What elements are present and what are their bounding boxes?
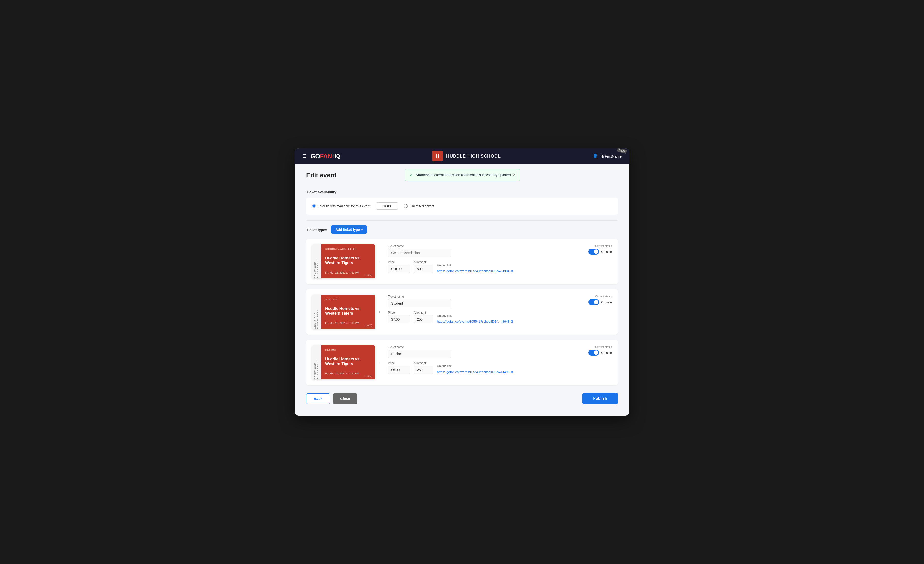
status-section-student: Current status On sale bbox=[588, 295, 612, 305]
back-button[interactable]: Back bbox=[306, 393, 330, 404]
publish-button[interactable]: Publish bbox=[582, 393, 618, 404]
ticket-stub-student: ADMIT ONE BASKETBALL bbox=[312, 295, 321, 329]
unique-link-label-student: Unique link bbox=[437, 314, 582, 317]
ticket-name-label-student: Ticket name bbox=[388, 295, 582, 298]
copy-link-icon-general[interactable]: ⧉ bbox=[511, 269, 513, 273]
ticket-name-input-student[interactable] bbox=[388, 299, 451, 308]
unique-link-field-student: Unique link https://gofan.co/events/1055… bbox=[437, 314, 582, 324]
total-tickets-radio[interactable]: Total tickets available for this event bbox=[312, 204, 370, 208]
radio-group: Total tickets available for this event U… bbox=[312, 202, 434, 210]
ticket-label-student: STUDENT bbox=[325, 298, 371, 301]
success-close-button[interactable]: × bbox=[513, 173, 515, 177]
ticket-name-input-general[interactable] bbox=[388, 249, 451, 257]
price-label-senior: Price bbox=[388, 362, 410, 365]
status-toggle-general[interactable] bbox=[588, 249, 599, 255]
allotment-input-senior[interactable] bbox=[414, 366, 433, 374]
ticket-name-input-senior[interactable] bbox=[388, 350, 451, 358]
ticket-event-title-student: Huddle Hornets vs. Western Tigers bbox=[325, 306, 371, 315]
status-section-senior: Current status On sale bbox=[588, 345, 612, 356]
unique-link-label-senior: Unique link bbox=[437, 364, 582, 368]
ticket-count-input[interactable] bbox=[376, 202, 398, 210]
ticket-main-student: STUDENT Huddle Hornets vs. Western Tiger… bbox=[321, 295, 375, 329]
copy-link-icon-senior[interactable]: ⧉ bbox=[511, 370, 513, 374]
allotment-label-general: Allotment bbox=[414, 260, 433, 264]
price-label-student: Price bbox=[388, 311, 410, 314]
allotment-label-senior: Allotment bbox=[414, 362, 433, 365]
ticket-main-general: GENERAL ADMISSION Huddle Hornets vs. Wes… bbox=[321, 244, 375, 278]
logo-go: GO bbox=[310, 152, 320, 160]
footer-actions: Back Close Publish bbox=[306, 393, 618, 404]
unique-link-value-senior[interactable]: https://gofan.co/events/105541?schoolIDG… bbox=[437, 370, 582, 374]
page-title: Edit event bbox=[306, 172, 336, 179]
ticket-types-header: Ticket types Add ticket type + bbox=[306, 225, 618, 234]
ticket-event-title-senior: Huddle Hornets vs. Western Tigers bbox=[325, 357, 371, 366]
unlimited-radio-input[interactable] bbox=[404, 204, 408, 208]
total-tickets-radio-input[interactable] bbox=[312, 204, 316, 208]
status-toggle-student[interactable] bbox=[588, 299, 599, 305]
ticket-price-row-general: Price Allotment Unique link https://gofa… bbox=[388, 260, 582, 273]
unlimited-tickets-radio[interactable]: Unlimited tickets bbox=[404, 204, 434, 208]
ticket-price-row-senior: Price Allotment Unique link https://gofa… bbox=[388, 362, 582, 374]
ticket-availability-section: Total tickets available for this event U… bbox=[306, 198, 618, 214]
header-left: ☰ GOFANHQ bbox=[302, 152, 340, 160]
ticket-visual-student: ADMIT ONE BASKETBALL STUDENT Huddle Horn… bbox=[312, 295, 375, 329]
ticket-stub-senior: ADMIT ONE BASKETBALL bbox=[312, 345, 321, 380]
unique-link-text-senior: https://gofan.co/events/105541?schoolIDG… bbox=[437, 370, 509, 374]
status-toggle-senior[interactable] bbox=[588, 350, 599, 356]
ticket-visual-senior: ADMIT ONE BASKETBALL SENIOR Huddle Horne… bbox=[312, 345, 375, 380]
user-greeting: Hi FirstName bbox=[600, 154, 622, 158]
ticket-types-title: Ticket types bbox=[306, 228, 327, 232]
toggle-row-senior: On sale bbox=[588, 350, 612, 356]
logo: GOFANHQ bbox=[310, 152, 340, 160]
ticket-price-field-student: Price bbox=[388, 311, 410, 324]
logo-fan: FAN bbox=[320, 152, 332, 160]
menu-icon[interactable]: ☰ bbox=[302, 153, 307, 159]
status-text-senior: On sale bbox=[601, 351, 612, 355]
allotment-input-general[interactable] bbox=[414, 265, 433, 273]
unique-link-value-general[interactable]: https://gofan.co/events/105541?schoolIDG… bbox=[437, 269, 582, 273]
ticket-form-student: Ticket name Price Allotment Unique link bbox=[388, 295, 582, 324]
toggle-row-general: On sale bbox=[588, 249, 612, 255]
header: ☰ GOFANHQ H HUDDLE HIGH SCHOOL 👤 Hi Firs… bbox=[295, 148, 629, 164]
ticket-visual-general: ADMIT ONE BASKETBALL GENERAL ADMISSION H… bbox=[312, 244, 375, 278]
close-button[interactable]: Close bbox=[333, 393, 357, 404]
total-tickets-label: Total tickets available for this event bbox=[318, 204, 370, 208]
status-label-student: Current status bbox=[595, 295, 612, 298]
price-input-senior[interactable] bbox=[388, 366, 410, 374]
beta-badge: BETA bbox=[617, 148, 627, 154]
price-input-student[interactable] bbox=[388, 315, 410, 324]
ticket-chevron-student: › bbox=[379, 310, 380, 314]
ticket-form-general: Ticket name Price Allotment Unique link bbox=[388, 244, 582, 273]
unique-link-text-student: https://gofan.co/events/105541?schoolIDG… bbox=[437, 320, 509, 323]
allotment-input-student[interactable] bbox=[414, 315, 433, 324]
ticket-count-student: (1 of 3) bbox=[364, 324, 372, 327]
ticket-card-general: ADMIT ONE BASKETBALL GENERAL ADMISSION H… bbox=[306, 238, 618, 284]
ticket-name-field-student: Ticket name bbox=[388, 295, 582, 308]
unique-link-field-senior: Unique link https://gofan.co/events/1055… bbox=[437, 364, 582, 374]
ticket-price-field-general: Price bbox=[388, 260, 410, 273]
price-label-general: Price bbox=[388, 260, 410, 264]
main-content: Edit event ✓ Success! General Admission … bbox=[295, 164, 629, 416]
unique-link-value-student[interactable]: https://gofan.co/events/105541?schoolIDG… bbox=[437, 320, 582, 324]
status-label-general: Current status bbox=[595, 244, 612, 247]
ticket-name-label-general: Ticket name bbox=[388, 244, 582, 248]
logo-hq: HQ bbox=[332, 153, 340, 159]
ticket-count-senior: (1 of 3) bbox=[364, 375, 372, 377]
status-section-general: Current status On sale bbox=[588, 244, 612, 255]
add-ticket-type-button[interactable]: Add ticket type + bbox=[331, 225, 367, 234]
success-icon: ✓ bbox=[410, 172, 413, 178]
ticket-stub-text-student: ADMIT ONE BASKETBALL bbox=[314, 295, 319, 329]
user-icon: 👤 bbox=[592, 153, 598, 159]
ticket-stub-text-senior: ADMIT ONE BASKETBALL bbox=[314, 345, 319, 380]
ticket-allotment-field-student: Allotment bbox=[414, 311, 433, 324]
copy-link-icon-student[interactable]: ⧉ bbox=[511, 320, 513, 324]
ticket-card-student: ADMIT ONE BASKETBALL STUDENT Huddle Horn… bbox=[306, 289, 618, 334]
ticket-count-general: (1 of 3) bbox=[364, 274, 372, 276]
header-center: H HUDDLE HIGH SCHOOL bbox=[432, 151, 501, 161]
ticket-stub-general: ADMIT ONE BASKETBALL bbox=[312, 244, 321, 278]
status-label-senior: Current status bbox=[595, 345, 612, 348]
ticket-chevron-general: › bbox=[379, 259, 380, 264]
ticket-chevron-senior: › bbox=[379, 360, 380, 364]
price-input-general[interactable] bbox=[388, 265, 410, 273]
ticket-allotment-field-general: Allotment bbox=[414, 260, 433, 273]
